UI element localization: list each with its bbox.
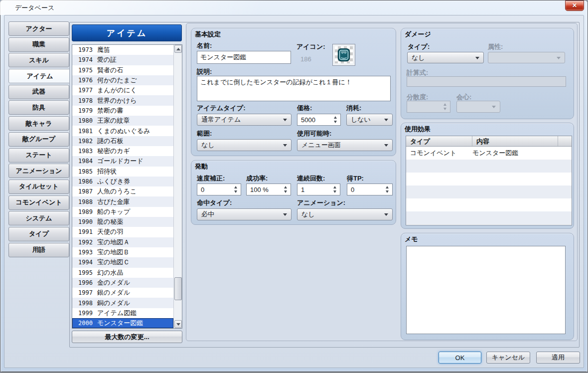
cancel-button[interactable]: キャンセル: [486, 352, 530, 364]
item-row[interactable]: 1976 何かのたまご: [72, 75, 173, 85]
item-row[interactable]: 1980 王家の紋章: [72, 116, 173, 126]
sidebar-tab[interactable]: スキル: [8, 53, 69, 67]
icon-preview: [335, 46, 353, 63]
change-maximum-button[interactable]: 最大数の変更...: [72, 331, 182, 343]
item-row[interactable]: 1973 魔笛: [72, 45, 173, 55]
tp-gain-spinner[interactable]: 0: [347, 184, 393, 195]
spin-up-icon[interactable]: [334, 116, 337, 119]
item-row[interactable]: 1995 幻の水晶: [72, 268, 173, 278]
item-row[interactable]: 2000 モンスター図鑑: [72, 318, 173, 328]
close-button[interactable]: ✕: [565, 0, 584, 11]
spin-up-icon[interactable]: [386, 186, 389, 188]
effects-rows: コモンイベント モンスター図鑑: [406, 147, 572, 225]
item-name: 龍の秘薬: [97, 217, 123, 226]
item-row[interactable]: 1974 愛の証: [72, 55, 173, 65]
price-spinner[interactable]: 5000: [297, 114, 341, 126]
spin-down-icon[interactable]: [284, 190, 287, 193]
sidebar-tab[interactable]: タイルセット: [8, 180, 69, 194]
scroll-down-button[interactable]: [174, 320, 182, 328]
item-name: 禁断の書: [97, 106, 123, 115]
item-row[interactable]: 1979 禁断の書: [72, 106, 173, 116]
item-row[interactable]: 1993 宝の地図Ｂ: [72, 247, 173, 257]
effects-table[interactable]: タイプ 内容 コモンイベント モンスター図鑑: [406, 136, 572, 225]
item-row[interactable]: 1988 古びた金庫: [72, 196, 173, 206]
success-label: 成功率:: [246, 174, 268, 183]
sidebar-tab[interactable]: アクター: [8, 21, 69, 36]
item-row[interactable]: 1986 ふくびき券: [72, 177, 173, 186]
basic-settings-title: 基本設定: [195, 30, 221, 39]
speed-spinner[interactable]: 0: [197, 184, 241, 195]
sidebar-tab[interactable]: 武器: [8, 85, 69, 99]
chevron-down-icon: [283, 144, 287, 147]
item-row[interactable]: 1982 謎の石板: [72, 136, 173, 146]
item-id: 1996: [76, 279, 93, 286]
item-name: 宝の地図Ａ: [97, 238, 130, 247]
sidebar-tab[interactable]: アニメーション: [8, 164, 69, 178]
titlebar[interactable]: データベース: [0, 0, 588, 15]
item-row[interactable]: 1987 人魚のうろこ: [72, 186, 173, 196]
chevron-down-icon: [283, 213, 287, 216]
damage-type-dropdown[interactable]: なし: [407, 52, 484, 63]
item-row[interactable]: 1985 招待状: [72, 167, 173, 177]
item-row[interactable]: 1996 金のメダル: [72, 278, 173, 288]
list-scrollbar[interactable]: [173, 45, 182, 328]
item-row[interactable]: 1977 まんがのにく: [72, 85, 173, 95]
item-row[interactable]: 1984 ゴールドカード: [72, 156, 173, 166]
spin-up-icon[interactable]: [284, 186, 287, 188]
item-id: 1976: [76, 77, 93, 84]
item-row[interactable]: 1983 秘密のカギ: [72, 146, 173, 156]
item-row[interactable]: 1999 アイテム図鑑: [72, 308, 173, 318]
item-name: 人魚のうろこ: [97, 187, 137, 196]
success-spinner[interactable]: 100 %: [246, 184, 291, 195]
item-row[interactable]: 1992 宝の地図Ａ: [72, 237, 173, 247]
sidebar-tab[interactable]: タイプ: [8, 227, 69, 241]
scroll-thumb[interactable]: [174, 277, 182, 300]
sidebar-tab[interactable]: アイテム: [8, 69, 71, 83]
scope-dropdown[interactable]: なし: [197, 139, 292, 151]
item-row[interactable]: 1991 天使の羽: [72, 227, 173, 237]
item-name: 魔笛: [97, 45, 110, 54]
sidebar-tab[interactable]: コモンイベント: [8, 195, 69, 210]
spin-down-icon[interactable]: [333, 190, 336, 193]
effect-row[interactable]: コモンイベント モンスター図鑑: [406, 147, 572, 160]
item-row[interactable]: 1975 賢者の石: [72, 65, 173, 75]
chevron-down-icon: [384, 213, 388, 216]
item-row[interactable]: 1978 世界のかけら: [72, 95, 173, 105]
sidebar-tab[interactable]: 用語: [8, 243, 69, 257]
memo-input[interactable]: [406, 246, 566, 334]
sidebar-tab[interactable]: 敵グループ: [8, 132, 69, 147]
item-row[interactable]: 1994 宝の地図Ｃ: [72, 257, 173, 267]
item-id: 1981: [76, 128, 93, 135]
icon-button[interactable]: [332, 44, 355, 66]
item-id: 1975: [76, 67, 93, 74]
scroll-up-button[interactable]: [174, 45, 182, 53]
sidebar-tab[interactable]: システム: [8, 211, 69, 225]
spin-up-icon[interactable]: [234, 186, 237, 188]
spin-down-icon[interactable]: [334, 121, 337, 123]
repeats-spinner[interactable]: 1: [297, 184, 340, 195]
consumable-dropdown[interactable]: しない: [346, 114, 393, 126]
item-row[interactable]: 1990 龍の秘薬: [72, 217, 173, 227]
database-window: データベース ✕ アクター職業スキルアイテム武器防具敵キャラ敵グループステートア…: [0, 0, 588, 373]
apply-button[interactable]: 適用: [536, 352, 580, 364]
item-row[interactable]: 1981 くまのぬいぐるみ: [72, 126, 173, 136]
name-input[interactable]: モンスター図鑑: [197, 51, 291, 64]
ok-button[interactable]: OK: [439, 352, 481, 364]
spin-down-icon[interactable]: [234, 190, 237, 193]
animation-dropdown[interactable]: なし: [297, 208, 393, 220]
spin-down-icon[interactable]: [386, 190, 389, 193]
category-tabs: アクター職業スキルアイテム武器防具敵キャラ敵グループステートアニメーションタイル…: [8, 21, 70, 258]
description-input[interactable]: これまでに倒したモンスターの記録がこれ１冊に！: [197, 76, 391, 101]
item-row[interactable]: 1998 銅のメダル: [72, 298, 173, 308]
item-row[interactable]: 1989 船のキップ: [72, 207, 173, 217]
sidebar-tab[interactable]: 防具: [8, 100, 69, 115]
spin-up-icon[interactable]: [333, 186, 336, 188]
hit-type-dropdown[interactable]: 必中: [197, 208, 292, 220]
sidebar-tab[interactable]: 職業: [8, 37, 69, 52]
item-type-dropdown[interactable]: 通常アイテム: [197, 114, 292, 126]
item-row[interactable]: 1997 銀のメダル: [72, 288, 173, 298]
sidebar-tab[interactable]: ステート: [8, 148, 69, 163]
sidebar-tab[interactable]: 敵キャラ: [8, 116, 69, 131]
occasion-dropdown[interactable]: メニュー画面: [297, 139, 393, 151]
effects-col-spare: [558, 136, 572, 146]
